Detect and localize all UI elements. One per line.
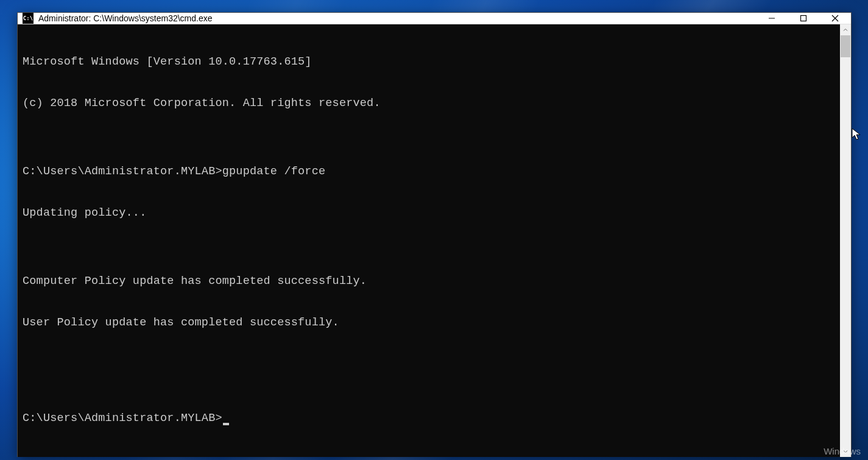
terminal-line: (c) 2018 Microsoft Corporation. All righ… xyxy=(23,97,835,111)
terminal-prompt-line: C:\Users\Administrator.MYLAB> xyxy=(23,412,835,426)
terminal-content[interactable]: Microsoft Windows [Version 10.0.17763.61… xyxy=(18,24,840,457)
close-button[interactable] xyxy=(819,13,851,24)
terminal-cursor xyxy=(223,423,229,425)
scroll-up-button[interactable] xyxy=(840,24,851,35)
terminal-line: Microsoft Windows [Version 10.0.17763.61… xyxy=(23,55,835,69)
terminal-line: Computer Policy update has completed suc… xyxy=(23,275,835,289)
windows-watermark: Windows xyxy=(824,446,861,456)
window-title: Administrator: C:\Windows\system32\cmd.e… xyxy=(38,13,756,23)
cmd-window: C:\ Administrator: C:\Windows\system32\c… xyxy=(17,12,852,457)
maximize-button[interactable] xyxy=(788,13,819,24)
terminal-body[interactable]: Microsoft Windows [Version 10.0.17763.61… xyxy=(18,24,851,457)
minimize-button[interactable] xyxy=(756,13,788,24)
window-controls xyxy=(756,13,851,24)
scroll-thumb[interactable] xyxy=(841,35,850,57)
terminal-line: User Policy update has completed success… xyxy=(23,316,835,330)
vertical-scrollbar[interactable] xyxy=(840,24,851,457)
window-titlebar[interactable]: C:\ Administrator: C:\Windows\system32\c… xyxy=(18,13,851,24)
cmd-icon: C:\ xyxy=(23,13,34,24)
maximize-icon xyxy=(800,15,807,22)
terminal-line: Updating policy... xyxy=(23,207,835,221)
close-icon xyxy=(831,15,839,22)
terminal-prompt: C:\Users\Administrator.MYLAB> xyxy=(23,412,222,426)
terminal-line: C:\Users\Administrator.MYLAB>gpupdate /f… xyxy=(23,165,835,179)
svg-rect-1 xyxy=(801,16,806,21)
minimize-icon xyxy=(768,15,775,22)
chevron-up-icon xyxy=(843,27,848,32)
